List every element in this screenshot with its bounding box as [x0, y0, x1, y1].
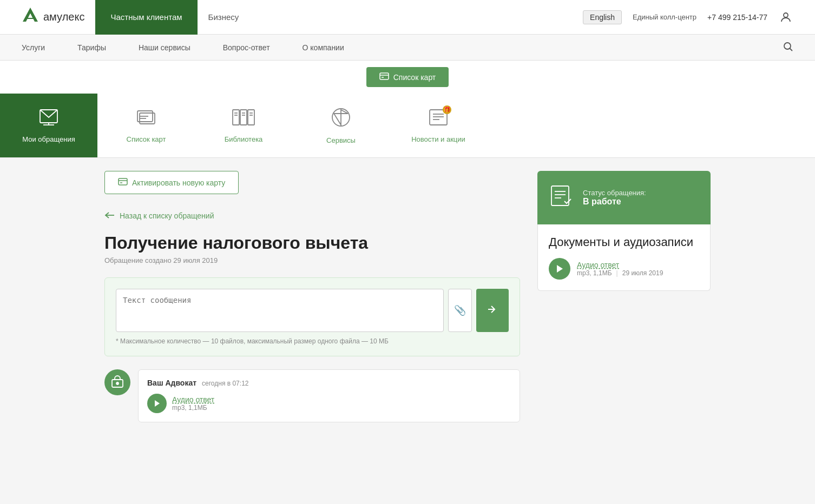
- nav-item-services[interactable]: Услуги: [22, 43, 45, 52]
- svg-rect-30: [119, 178, 127, 185]
- svg-marker-42: [557, 265, 563, 273]
- card-list-dash-icon: [135, 108, 157, 130]
- send-button[interactable]: [476, 289, 509, 332]
- docs-audio-label[interactable]: Аудио ответ: [577, 261, 663, 269]
- news-icon: 🎁: [428, 108, 449, 130]
- activate-card-icon: [118, 178, 128, 187]
- svg-point-2: [784, 13, 788, 17]
- docs-card: Документы и аудиозаписи Аудио ответ mp3,…: [537, 224, 711, 291]
- docs-play-button[interactable]: [549, 258, 570, 280]
- status-label: Статус обращения:: [583, 189, 646, 197]
- advocate-avatar: [104, 369, 130, 395]
- status-icon: [548, 182, 575, 214]
- nav-item-tariffs[interactable]: Тарифы: [77, 43, 106, 52]
- docs-audio-meta: mp3, 1,1МБ | 29 июля 2019: [577, 269, 663, 277]
- docs-audio-info: Аудио ответ mp3, 1,1МБ | 29 июля 2019: [577, 261, 663, 277]
- card-list-button[interactable]: Список карт: [366, 67, 449, 87]
- chat-time: сегодня в 07:12: [202, 380, 248, 387]
- docs-audio-sep: |: [616, 269, 618, 277]
- svg-marker-0: [23, 8, 38, 22]
- library-icon: [232, 108, 255, 130]
- docs-audio-format: mp3, 1,1МБ: [577, 269, 612, 277]
- card-list-btn-row: Список карт: [0, 61, 815, 94]
- status-card: Статус обращения: В работе: [537, 171, 711, 224]
- card-list-label: Список карт: [393, 73, 436, 82]
- nav-business[interactable]: Бизнесу: [198, 12, 250, 22]
- chat-header: Ваш Адвокат сегодня в 07:12: [147, 379, 511, 387]
- top-bar-right: English Единый колл-центр +7 499 215-14-…: [583, 10, 793, 25]
- chat-bubble: Ваш Адвокат сегодня в 07:12 Аудио ответ …: [138, 369, 520, 422]
- main-content: Активировать новую карту Назад к списку …: [83, 158, 732, 435]
- activate-card-button[interactable]: Активировать новую карту: [104, 171, 239, 194]
- svg-point-36: [116, 382, 119, 384]
- paperclip-icon: 📎: [454, 304, 466, 316]
- top-bar: амулекс Частным клиентам Бизнесу English…: [0, 0, 815, 35]
- docs-title: Документы и аудиозаписи: [549, 235, 699, 249]
- my-appeals-label: Мои обращения: [22, 135, 75, 143]
- svg-rect-5: [380, 73, 389, 79]
- search-icon[interactable]: [783, 41, 793, 54]
- back-link[interactable]: Назад к списку обращений: [104, 211, 520, 220]
- message-box: 📎 * Максимальное количество — 10 файлов,…: [104, 277, 520, 356]
- page-subtitle: Обращение создано 29 июля 2019: [104, 256, 520, 264]
- message-input-row: 📎: [116, 289, 509, 332]
- status-value: В работе: [583, 197, 646, 207]
- docs-audio-date: 29 июля 2019: [622, 269, 663, 277]
- svg-point-3: [784, 43, 791, 49]
- back-arrow-icon: [104, 211, 115, 220]
- call-center-label: Единый колл-центр: [633, 13, 696, 21]
- dash-news[interactable]: 🎁 Новости и акции: [390, 94, 487, 157]
- svg-rect-17: [248, 110, 254, 125]
- chat-author: Ваш Адвокат: [147, 379, 196, 387]
- nav-item-faq[interactable]: Вопрос-ответ: [223, 43, 270, 52]
- my-appeals-icon: [38, 108, 60, 130]
- left-column: Активировать новую карту Назад к списку …: [104, 171, 520, 422]
- send-icon: [487, 304, 498, 317]
- nav-item-our-services[interactable]: Наши сервисы: [139, 43, 190, 52]
- activate-btn-label: Активировать новую карту: [132, 178, 225, 187]
- phone-number: +7 499 215-14-77: [707, 13, 767, 22]
- svg-rect-15: [233, 110, 239, 125]
- english-button[interactable]: English: [583, 10, 622, 24]
- file-hint: * Максимальное количество — 10 файлов, м…: [116, 337, 509, 345]
- chat-audio-meta: mp3, 1,1МБ: [172, 404, 214, 412]
- logo-text: амулекс: [43, 11, 84, 23]
- nav-item-about[interactable]: О компании: [303, 43, 344, 52]
- news-label: Новости и акции: [411, 135, 465, 143]
- nav-private[interactable]: Частным клиентам: [95, 0, 197, 35]
- svg-line-4: [790, 49, 793, 51]
- dash-library[interactable]: Библиотека: [195, 94, 292, 157]
- secondary-nav: Услуги Тарифы Наши сервисы Вопрос-ответ …: [0, 35, 815, 61]
- dashboard-icons: Мои обращения Список карт: [0, 94, 815, 158]
- svg-marker-25: [334, 110, 348, 125]
- dash-services[interactable]: Сервисы: [292, 94, 390, 157]
- message-input[interactable]: [116, 289, 444, 332]
- dash-card-list[interactable]: Список карт: [97, 94, 195, 157]
- chat-audio-label[interactable]: Аудио ответ: [172, 395, 214, 404]
- user-icon[interactable]: [778, 10, 793, 25]
- services-icon: [330, 107, 352, 131]
- svg-rect-16: [240, 110, 247, 125]
- logo-icon: [22, 6, 39, 28]
- svg-marker-37: [155, 400, 160, 407]
- logo-area[interactable]: амулекс: [22, 6, 84, 28]
- chat-audio-item: Аудио ответ mp3, 1,1МБ: [147, 394, 511, 413]
- dash-my-appeals[interactable]: Мои обращения: [0, 94, 97, 157]
- services-label: Сервисы: [326, 136, 356, 144]
- card-icon: [379, 72, 389, 82]
- status-text-area: Статус обращения: В работе: [583, 189, 646, 207]
- card-list-dash-label: Список карт: [127, 135, 166, 143]
- page-title: Получение налогового вычета: [104, 233, 520, 253]
- chat-message: Ваш Адвокат сегодня в 07:12 Аудио ответ …: [104, 369, 520, 422]
- attach-button[interactable]: 📎: [448, 289, 472, 332]
- docs-audio-item: Аудио ответ mp3, 1,1МБ | 29 июля 2019: [549, 258, 699, 280]
- right-column: Статус обращения: В работе Документы и а…: [537, 171, 711, 422]
- library-label: Библиотека: [225, 135, 263, 143]
- chat-audio-info: Аудио ответ mp3, 1,1МБ: [172, 395, 214, 412]
- chat-play-button[interactable]: [147, 394, 167, 413]
